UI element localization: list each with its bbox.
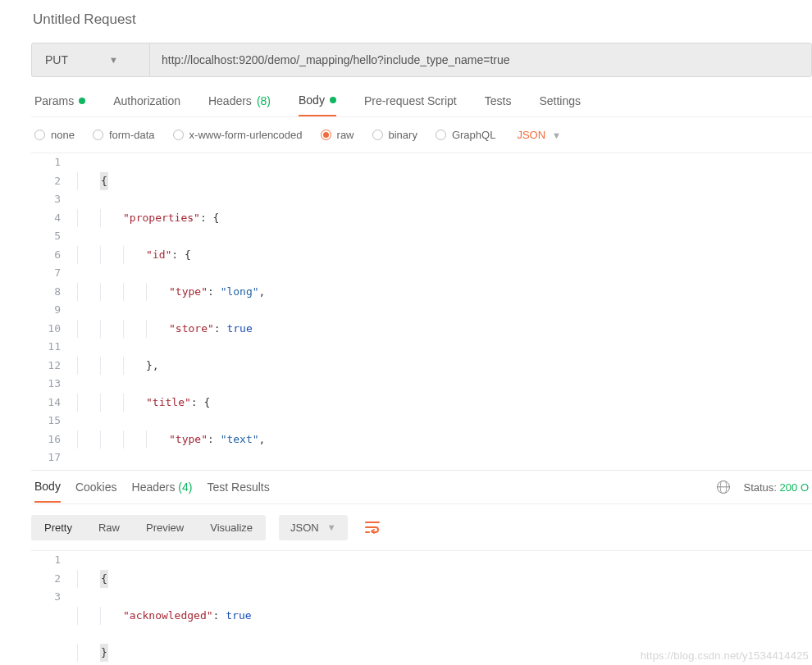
tab-params[interactable]: Params: [34, 93, 85, 116]
resp-tab-cookies[interactable]: Cookies: [75, 472, 117, 502]
tab-tests[interactable]: Tests: [485, 93, 512, 116]
radio-icon: [93, 130, 103, 140]
view-raw-button[interactable]: Raw: [85, 515, 133, 540]
editor-gutter: 1234567891011121314151617: [31, 153, 77, 465]
response-gutter: 123: [31, 551, 77, 665]
radio-icon: [173, 130, 184, 140]
http-method-label: PUT: [45, 53, 68, 66]
tab-headers-count: (8): [257, 94, 271, 107]
chevron-down-icon: ▼: [552, 130, 561, 140]
resp-tab-headers[interactable]: Headers (4): [132, 472, 193, 502]
request-tabs: Params Authorization Headers (8) Body Pr…: [31, 77, 812, 117]
globe-icon[interactable]: [717, 481, 730, 494]
body-opt-graphql[interactable]: GraphQL: [436, 129, 495, 141]
body-opt-graphql-label: GraphQL: [452, 129, 495, 141]
body-opt-none[interactable]: none: [34, 129, 75, 141]
body-language-label: JSON: [517, 129, 545, 141]
resp-tab-test-results[interactable]: Test Results: [207, 472, 269, 502]
tab-body-label: Body: [299, 93, 325, 107]
response-language-selector[interactable]: JSON▼: [279, 515, 348, 540]
body-opt-binary[interactable]: binary: [372, 129, 417, 141]
body-language-selector[interactable]: JSON▼: [517, 129, 561, 141]
dot-indicator-icon: [330, 97, 336, 103]
response-code[interactable]: { "acknowledged": true }: [77, 551, 812, 665]
view-visualize-button[interactable]: Visualize: [197, 515, 266, 540]
request-body-editor[interactable]: 1234567891011121314151617 { "properties"…: [31, 153, 812, 465]
view-pretty-button[interactable]: Pretty: [31, 515, 85, 540]
tab-headers[interactable]: Headers (8): [208, 93, 271, 116]
request-title: Untitled Request: [31, 0, 812, 43]
view-preview-button[interactable]: Preview: [133, 515, 197, 540]
url-input[interactable]: http://localhost:9200/demo/_mapping/hell…: [150, 43, 811, 76]
body-opt-formdata[interactable]: form-data: [93, 129, 155, 141]
tab-headers-label: Headers: [208, 94, 252, 107]
wrap-icon: [365, 521, 380, 534]
resp-tab-headers-count: (4): [178, 481, 192, 494]
response-view-modes: Pretty Raw Preview Visualize: [31, 515, 266, 540]
tab-params-label: Params: [34, 94, 74, 107]
chevron-down-icon: ▼: [109, 55, 118, 65]
status-meta: Status: 200 O: [743, 481, 809, 494]
body-opt-raw-label: raw: [337, 129, 354, 141]
response-tabs: Body Cookies Headers (4) Test Results St…: [31, 470, 812, 504]
radio-selected-icon: [321, 130, 331, 140]
resp-tab-headers-label: Headers: [132, 481, 176, 494]
tab-authorization[interactable]: Authorization: [113, 93, 180, 116]
radio-icon: [436, 130, 446, 140]
status-value: 200 O: [780, 481, 809, 494]
tab-prerequest[interactable]: Pre-request Script: [364, 93, 457, 116]
body-type-options: none form-data x-www-form-urlencoded raw…: [31, 117, 812, 153]
tab-settings[interactable]: Settings: [539, 93, 581, 116]
body-opt-urlencoded[interactable]: x-www-form-urlencoded: [173, 129, 303, 141]
status-label: Status:: [743, 481, 776, 494]
body-opt-formdata-label: form-data: [109, 129, 155, 141]
resp-tab-body[interactable]: Body: [34, 471, 61, 503]
request-bar: PUT ▼ http://localhost:9200/demo/_mappin…: [31, 43, 812, 77]
tab-body[interactable]: Body: [299, 93, 336, 116]
dot-indicator-icon: [79, 98, 85, 104]
editor-code[interactable]: { "properties": { "id": { "type": "long"…: [77, 153, 812, 465]
body-opt-none-label: none: [51, 129, 75, 141]
body-opt-binary-label: binary: [389, 129, 417, 141]
body-opt-urlencoded-label: x-www-form-urlencoded: [189, 129, 303, 141]
radio-icon: [34, 130, 45, 140]
response-body-editor[interactable]: 123 { "acknowledged": true }: [31, 550, 812, 665]
wrap-lines-button[interactable]: [359, 514, 385, 540]
response-language-label: JSON: [290, 522, 319, 534]
chevron-down-icon: ▼: [327, 522, 336, 532]
body-opt-raw[interactable]: raw: [321, 129, 354, 141]
http-method-selector[interactable]: PUT ▼: [32, 43, 150, 76]
response-toolbar: Pretty Raw Preview Visualize JSON▼: [31, 504, 812, 550]
radio-icon: [372, 130, 383, 140]
